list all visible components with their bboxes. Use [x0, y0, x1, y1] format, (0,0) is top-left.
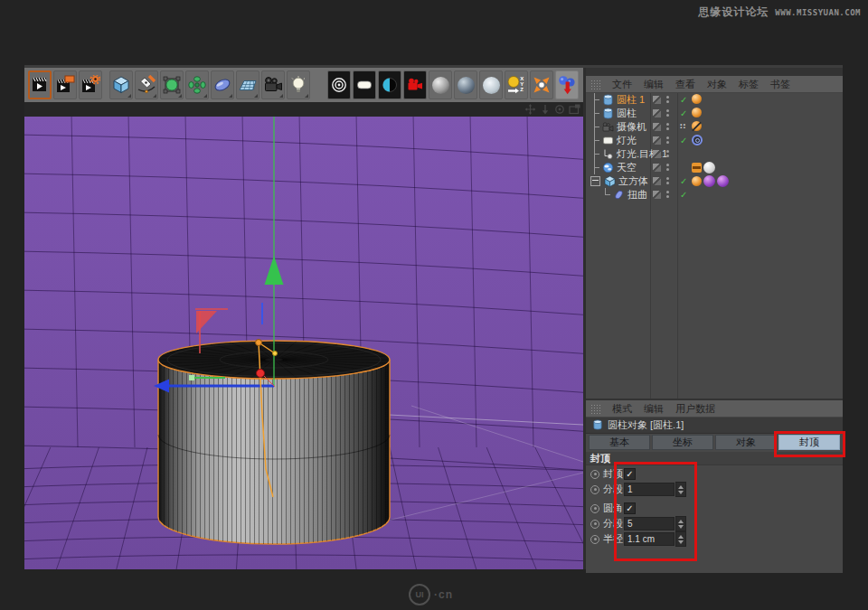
keyframe-circle-icon[interactable] [590, 504, 599, 513]
caps-checkbox[interactable]: ✓ [624, 468, 636, 480]
coordinate-system-button[interactable]: XYZ [505, 70, 528, 99]
rotate-icon[interactable] [554, 104, 565, 115]
deformer-button[interactable] [211, 70, 234, 99]
phong-tag[interactable] [692, 108, 702, 117]
layer-toggle[interactable] [653, 191, 661, 199]
layer-toggle[interactable] [653, 123, 661, 131]
layer-toggle[interactable] [653, 150, 661, 158]
white-material-tag[interactable] [703, 162, 715, 174]
keyframe-circle-icon[interactable] [590, 485, 599, 494]
visibility-dots[interactable] [666, 136, 669, 144]
object-name[interactable]: 圆柱 1 [617, 93, 645, 107]
enabled-check[interactable]: ✓ [680, 93, 687, 107]
collapse-expander[interactable] [590, 176, 600, 186]
y-axis-arrow[interactable] [265, 256, 284, 285]
panel-grip-icon[interactable] [590, 404, 600, 414]
visibility-dots[interactable] [666, 96, 669, 103]
tab-coordinates[interactable]: 坐标 [652, 435, 713, 450]
menu-bookmarks[interactable]: 书签 [770, 78, 790, 91]
keyframe-circle-icon[interactable] [590, 520, 599, 529]
compositing-tag[interactable] [692, 163, 702, 173]
green-handle-square[interactable] [189, 375, 194, 380]
protection-tag[interactable] [692, 121, 702, 131]
menu-mode[interactable]: 模式 [612, 402, 632, 416]
layer-toggle[interactable] [653, 136, 661, 145]
axis-tool-button[interactable] [555, 70, 579, 99]
shading-transparent-button[interactable] [454, 70, 477, 99]
visibility-dots[interactable] [666, 177, 669, 184]
enabled-check[interactable]: ✓ [680, 174, 687, 188]
purple-material-tag[interactable] [717, 175, 729, 187]
pan-icon[interactable] [524, 104, 536, 115]
camera-button[interactable] [261, 70, 285, 99]
menu-edit[interactable]: 编辑 [644, 78, 664, 91]
tab-caps[interactable]: 封顶 [778, 435, 840, 450]
subdivision-surface-button[interactable] [160, 70, 184, 99]
enabled-check[interactable]: ✓ [680, 134, 687, 147]
floor-environment-button[interactable] [236, 70, 259, 99]
visibility-dots[interactable] [666, 164, 669, 171]
object-row-sky[interactable]: 天空 [586, 161, 843, 174]
spline-pen-button[interactable] [135, 70, 158, 99]
enabled-check[interactable]: ✓ [680, 188, 687, 202]
menu-objects[interactable]: 对象 [707, 78, 727, 91]
display-contrast-button[interactable] [378, 70, 401, 99]
menu-edit[interactable]: 编辑 [644, 402, 664, 416]
render-view-button[interactable] [28, 70, 52, 99]
spinner-control[interactable] [675, 516, 686, 531]
render-dots-state[interactable]: ∷ [680, 120, 685, 134]
render-settings-button[interactable] [79, 70, 102, 99]
visibility-dots[interactable] [666, 150, 669, 157]
shading-glass-button[interactable] [479, 70, 503, 99]
tab-object[interactable]: 对象 [715, 435, 777, 450]
panel-grip-icon[interactable] [590, 80, 600, 89]
object-name[interactable]: 摄像机 [617, 120, 646, 134]
visibility-dots[interactable] [666, 123, 669, 130]
layer-toggle[interactable] [653, 177, 661, 185]
layer-toggle[interactable] [653, 96, 661, 104]
spinner-control[interactable] [675, 482, 686, 497]
phong-tag[interactable] [692, 94, 702, 104]
shading-solid-button[interactable] [429, 70, 452, 99]
target-expression-tag[interactable] [692, 135, 703, 145]
render-picture-viewer-button[interactable] [53, 70, 77, 99]
object-row-bend[interactable]: 扭曲 ✓ [586, 188, 843, 202]
object-row-camera[interactable]: 摄像机 ∷ [586, 120, 843, 134]
3d-viewport[interactable] [24, 117, 583, 569]
object-name[interactable]: 圆柱 [617, 107, 637, 120]
object-row-light-target[interactable]: 灯光.目标.1 [586, 147, 843, 161]
object-row-cylinder[interactable]: 圆柱 ✓ [586, 107, 843, 120]
segments-fillet-input[interactable]: 5 [624, 517, 675, 530]
purple-material-tag[interactable] [703, 175, 715, 187]
keyframe-circle-icon[interactable] [590, 470, 599, 479]
red-center-dot[interactable] [257, 370, 265, 378]
yellow-handle-dot[interactable] [273, 352, 278, 356]
phong-tag[interactable] [692, 176, 702, 186]
fillet-checkbox[interactable]: ✓ [624, 502, 636, 514]
visibility-dots[interactable] [666, 109, 669, 117]
enabled-check[interactable]: ✓ [680, 107, 687, 120]
keyframe-circle-icon[interactable] [590, 535, 599, 544]
display-screen-button[interactable] [353, 70, 376, 99]
display-target-button[interactable] [327, 70, 351, 99]
tab-basic[interactable]: 基本 [589, 435, 650, 450]
object-row-cube[interactable]: 立方体 ✓ [586, 174, 843, 188]
object-row-cylinder-1[interactable]: 圆柱 1 ✓ [586, 93, 843, 107]
add-cube-button[interactable] [109, 70, 133, 99]
menu-user-data[interactable]: 用户数据 [675, 402, 715, 416]
array-generator-button[interactable] [185, 70, 209, 99]
object-name[interactable]: 立方体 [618, 174, 648, 188]
object-name[interactable]: 灯光 [617, 134, 637, 147]
layer-toggle[interactable] [653, 109, 661, 117]
display-render-camera-button[interactable] [403, 70, 427, 99]
axis-modification-button[interactable] [530, 70, 553, 99]
orange-handle-dot[interactable] [256, 340, 262, 346]
segments-cap-input[interactable]: 1 [624, 483, 675, 496]
layer-toggle[interactable] [653, 164, 661, 172]
object-name[interactable]: 天空 [617, 161, 637, 174]
object-row-light[interactable]: 灯光 ✓ [586, 134, 843, 147]
maximize-icon[interactable] [569, 104, 580, 115]
radius-input[interactable]: 1.1 cm [624, 532, 675, 546]
light-button[interactable] [287, 70, 310, 99]
dolly-icon[interactable] [540, 104, 551, 115]
